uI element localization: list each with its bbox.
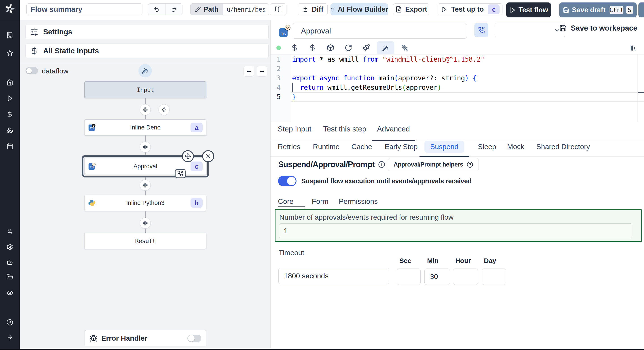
flow-summary-input[interactable]: Flow summary	[26, 3, 142, 15]
suspend-sub-tabs: Core Form Permissions	[278, 197, 386, 207]
tab-label: Step Input	[278, 125, 311, 133]
zoom-out-button[interactable]	[257, 66, 267, 77]
favorites-star-icon[interactable]	[6, 50, 13, 56]
bottom-strip	[0, 349, 644, 350]
dataflow-toggle[interactable]	[26, 67, 38, 74]
ai-copilot-button[interactable]	[138, 64, 152, 77]
error-handler-node[interactable]: Error Handler	[84, 330, 206, 347]
approvals-required-field: Number of approvals/events required for …	[275, 209, 642, 242]
add-step-button-1[interactable]	[140, 104, 151, 115]
diff-icon	[302, 6, 308, 13]
script-kind-select[interactable]	[495, 23, 565, 37]
delete-node-button[interactable]	[202, 150, 214, 162]
tab-mock[interactable]: Mock	[502, 141, 530, 157]
approval-prompt-helpers-button[interactable]: Approval/Prompt helpers	[388, 158, 479, 171]
timeout-input[interactable]: 1800 seconds	[278, 268, 389, 284]
suspend-phone-button[interactable]	[474, 23, 488, 37]
expand-arrow-icon[interactable]	[6, 334, 13, 341]
folders-icon[interactable]	[6, 273, 13, 280]
ai-flow-builder-button[interactable]: AI Flow Builder	[330, 3, 388, 15]
windmill-logo-icon[interactable]	[5, 3, 15, 14]
user-icon[interactable]	[6, 228, 13, 235]
tab-runtime[interactable]: Runtime	[308, 141, 345, 157]
day-input[interactable]	[482, 269, 506, 285]
add-step-button-3[interactable]	[140, 180, 151, 191]
resources-boxes-icon[interactable]	[6, 127, 13, 134]
library-icon[interactable]	[629, 44, 636, 52]
format-brush-icon[interactable]	[362, 44, 370, 52]
variables-dollar-icon[interactable]	[291, 44, 298, 52]
tab-permissions[interactable]: Permissions	[331, 197, 386, 207]
step-tabs: Step Input Test this step Advanced	[270, 122, 644, 141]
sec-input[interactable]	[397, 269, 420, 285]
tab-shared-directory[interactable]: Shared Directory	[531, 141, 595, 157]
resources-dollar-icon[interactable]	[308, 44, 316, 52]
runs-play-icon[interactable]	[6, 95, 13, 102]
wand-sparkles-icon	[330, 6, 334, 13]
hour-input[interactable]	[453, 269, 478, 285]
settings-gear-icon[interactable]	[6, 243, 13, 250]
flow-input-node[interactable]: Input	[84, 81, 206, 98]
reload-icon[interactable]	[344, 44, 352, 52]
line-number-active: 5	[270, 92, 281, 102]
editor-overview-ruler	[638, 54, 638, 122]
package-icon[interactable]	[327, 44, 334, 52]
code-editor[interactable]: 1 2 3 4 5 import * as wmill from "windmi…	[270, 54, 644, 122]
home-icon[interactable]	[6, 79, 13, 86]
move-node-button[interactable]	[182, 150, 194, 162]
ai-assistant-wand-button[interactable]	[377, 41, 394, 54]
tab-core[interactable]: Core	[278, 197, 301, 207]
help-icon[interactable]	[6, 319, 13, 326]
path-group: Path u/henri/bes	[190, 3, 269, 15]
approvals-required-input[interactable]: 1	[279, 223, 632, 238]
info-icon[interactable]	[378, 161, 385, 168]
zoom-in-button[interactable]	[244, 66, 254, 77]
toggle-knob	[26, 68, 32, 73]
suspend-phone-badge[interactable]	[175, 169, 186, 178]
tab-early-stop[interactable]: Early Stop	[379, 141, 423, 157]
tab-cache[interactable]: Cache	[346, 141, 378, 157]
export-button[interactable]: Export	[393, 3, 429, 15]
tab-test-this-step[interactable]: Test this step	[318, 122, 372, 141]
test-flow-button[interactable]: Test flow	[506, 2, 551, 17]
save-draft-button[interactable]: Save draft Ctrl S	[559, 2, 636, 17]
flow-node-python[interactable]: Inline Python3 b	[84, 195, 206, 211]
save-to-workspace-button[interactable]: Save to workspace	[559, 24, 637, 32]
suspend-toggle[interactable]	[278, 176, 296, 186]
tab-retries[interactable]: Retries	[272, 141, 306, 157]
tab-step-input[interactable]: Step Input	[272, 122, 317, 141]
flow-node-deno[interactable]: TS Inline Deno a	[84, 119, 206, 136]
flow-result-node[interactable]: Result	[84, 233, 206, 249]
add-trigger-button[interactable]	[158, 104, 170, 115]
path-value-text: u/henri/bes	[226, 6, 266, 13]
error-handler-toggle[interactable]	[188, 335, 201, 342]
tab-sleep[interactable]: Sleep	[472, 141, 502, 157]
diff-button[interactable]: Diff	[298, 3, 328, 15]
docs-book-button[interactable]	[270, 3, 286, 15]
workspace-icon[interactable]	[6, 32, 13, 38]
add-step-button-4[interactable]	[140, 218, 151, 229]
suspend-section-header: Suspend/Approval/Prompt	[278, 160, 385, 169]
audit-eye-icon[interactable]	[6, 290, 13, 296]
tab-suspend[interactable]: Suspend	[419, 141, 470, 157]
flow-settings-button[interactable]: Settings	[26, 24, 268, 39]
deploy-button-cut[interactable]	[638, 2, 644, 17]
add-step-button-2[interactable]	[140, 142, 151, 153]
schedules-calendar-icon[interactable]	[6, 143, 13, 150]
undo-button[interactable]	[148, 3, 165, 15]
export-label: Export	[405, 5, 427, 13]
variables-dollar-icon[interactable]	[6, 111, 13, 118]
path-edit-button[interactable]: Path	[190, 3, 223, 15]
min-input[interactable]: 30	[424, 269, 450, 285]
path-label: Path	[204, 5, 218, 13]
typescript-step-icon: TS	[278, 25, 291, 37]
all-static-inputs-button[interactable]: All Static Inputs	[26, 43, 268, 58]
step-name-input[interactable]: Approval	[293, 23, 467, 39]
workers-bot-icon[interactable]	[6, 259, 13, 266]
sparkles-off-icon[interactable]	[401, 44, 408, 52]
test-up-to-button[interactable]: Test up to c	[438, 3, 502, 15]
tab-advanced[interactable]: Advanced	[372, 122, 415, 141]
wand-sparkles-icon	[142, 67, 149, 74]
redo-button[interactable]	[165, 3, 182, 15]
path-value[interactable]: u/henri/bes	[223, 3, 269, 15]
